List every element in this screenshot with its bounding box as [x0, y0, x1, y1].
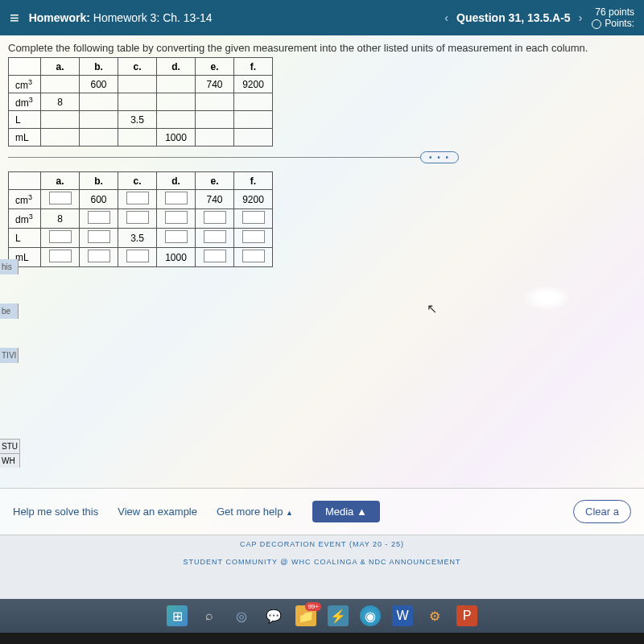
powerpoint-icon[interactable]: P	[456, 605, 477, 626]
table-row: dm3 8	[9, 209, 273, 229]
announcement-1: CAP DECORATION EVENT (MAY 20 - 25)	[0, 535, 644, 548]
unit-dm3: dm3	[9, 93, 41, 111]
task-view-icon[interactable]: ◎	[231, 605, 252, 626]
caret-up-icon: ▲	[357, 506, 367, 518]
points-row: Points:	[592, 18, 634, 29]
badge-count: 99+	[305, 602, 321, 611]
answer-input[interactable]	[88, 211, 110, 224]
unit-cm3: cm3	[9, 190, 41, 209]
answer-input[interactable]	[204, 230, 226, 243]
below-browser: CAP DECORATION EVENT (MAY 20 - 25) STUDE…	[0, 535, 644, 599]
question-nav: ‹ Question 31, 13.5.A-5 ›	[444, 11, 582, 24]
answer-input[interactable]	[126, 192, 149, 204]
table-header-row: a. b. c. d. e. f.	[9, 172, 273, 190]
answer-table: a. b. c. d. e. f. cm3 600 740 9200 dm3 8	[8, 171, 273, 267]
file-explorer-icon[interactable]: 📁99+	[295, 605, 316, 626]
table-row: L 3.5	[9, 229, 273, 248]
prev-question-button[interactable]: ‹	[444, 11, 448, 24]
answer-input[interactable]	[204, 250, 226, 262]
table-row: dm3 8	[9, 93, 273, 111]
announcement-2: STUDENT COMMUNITY @ WHC COALINGA & NDC A…	[0, 548, 644, 566]
edge-icon[interactable]: ◉	[360, 605, 381, 626]
bottom-toolbar: Help me solve this View an example Get m…	[0, 488, 644, 535]
table-row: mL 1000	[9, 129, 273, 147]
cursor-icon: ↖	[427, 301, 437, 316]
unit-L: L	[9, 229, 41, 248]
settings-icon[interactable]: ⚙	[424, 605, 445, 626]
unit-mL: mL	[9, 129, 41, 147]
instruction-text: Complete the following table by converti…	[8, 42, 636, 54]
answer-input[interactable]	[88, 250, 110, 262]
table-row: cm3 6007409200	[9, 76, 273, 93]
question-label: Question 31, 13.5.A-5	[456, 11, 571, 24]
homework-label: Homework:	[29, 11, 90, 24]
view-example-link[interactable]: View an example	[118, 506, 197, 518]
clear-button[interactable]: Clear a	[573, 500, 631, 523]
table-row: mL 1000	[9, 248, 273, 267]
answer-input[interactable]	[242, 250, 265, 262]
answer-input[interactable]	[88, 230, 110, 243]
more-options-button[interactable]: • • •	[420, 151, 459, 163]
word-icon[interactable]: W	[392, 605, 413, 626]
caret-up-icon: ▲	[286, 509, 293, 517]
search-icon[interactable]: ⌕	[199, 605, 220, 626]
windows-taskbar: ⊞ ⌕ ◎ 💬 📁99+ ⚡ ◉ W ⚙ P	[0, 599, 644, 633]
left-tags: STU WH	[0, 439, 20, 468]
score-points: 76 points	[592, 6, 634, 18]
reference-table: a. b. c. d. e. f. cm3 6007409200 dm3 8 L…	[8, 57, 273, 147]
unit-dm3: dm3	[9, 209, 41, 229]
start-button[interactable]: ⊞	[167, 605, 188, 626]
answer-input[interactable]	[126, 250, 149, 262]
laptop-bezel: hp	[0, 633, 644, 644]
next-question-button[interactable]: ›	[579, 11, 583, 24]
help-solve-link[interactable]: Help me solve this	[13, 506, 98, 518]
header-left: Homework: Homework 3: Ch. 13-14	[29, 11, 436, 24]
screen-glare	[523, 285, 572, 311]
table-header-row: a. b. c. d. e. f.	[9, 58, 273, 76]
table-row: L 3.5	[9, 111, 273, 129]
content-area: Complete the following table by converti…	[0, 35, 644, 535]
answer-input[interactable]	[165, 230, 188, 243]
answer-input[interactable]	[49, 230, 72, 243]
chat-icon[interactable]: 💬	[263, 605, 284, 626]
radio-icon	[592, 19, 601, 29]
divider: • • •	[8, 151, 636, 163]
answer-input[interactable]	[165, 192, 188, 204]
answer-input[interactable]	[126, 211, 149, 224]
unit-L: L	[9, 111, 41, 129]
app-header: ≡ Homework: Homework 3: Ch. 13-14 ‹ Ques…	[0, 0, 644, 35]
answer-input[interactable]	[204, 211, 226, 224]
answer-input[interactable]	[49, 192, 72, 204]
unit-cm3: cm3	[9, 76, 41, 93]
homework-title: Homework 3: Ch. 13-14	[93, 11, 213, 24]
answer-input[interactable]	[242, 230, 265, 243]
header-right: 76 points Points:	[592, 6, 634, 29]
get-help-dropdown[interactable]: Get more help ▲	[217, 506, 293, 518]
answer-input[interactable]	[242, 211, 265, 224]
app-icon[interactable]: ⚡	[328, 605, 349, 626]
side-labels: his be TIVI	[0, 259, 19, 392]
hamburger-icon[interactable]: ≡	[10, 9, 19, 27]
question-panel: Complete the following table by converti…	[0, 35, 644, 535]
media-button[interactable]: Media ▲	[312, 501, 380, 522]
table-row: cm3 600 740 9200	[9, 190, 273, 209]
answer-input[interactable]	[165, 211, 188, 224]
answer-input[interactable]	[49, 250, 72, 262]
